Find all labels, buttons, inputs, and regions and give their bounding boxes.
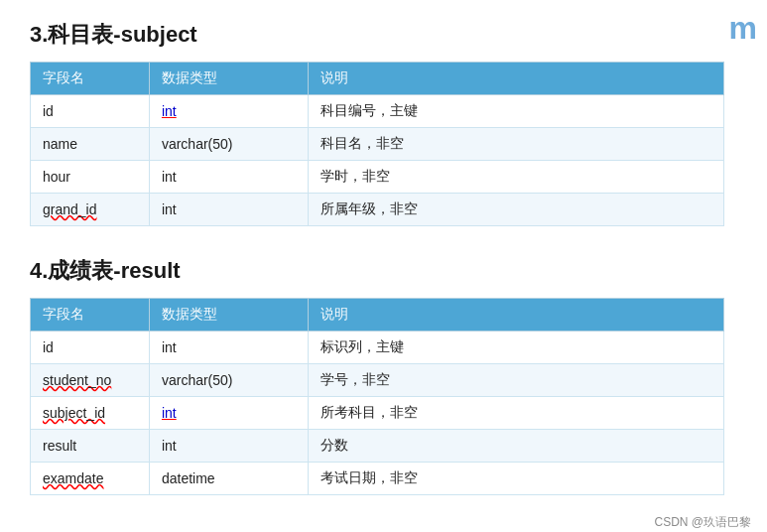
header-type: 数据类型 — [149, 63, 308, 95]
cell-field: hour — [31, 161, 150, 194]
result-table: 字段名 数据类型 说明 idint标识列，主键student_novarchar… — [30, 298, 724, 495]
cell-type: int — [149, 95, 308, 128]
cell-desc: 学号，非空 — [308, 364, 723, 397]
header-desc: 说明 — [308, 63, 723, 95]
csdn-watermark: CSDN @玖语巴黎 — [654, 514, 751, 531]
cell-desc: 所属年级，非空 — [308, 194, 723, 226]
table-row: subject_idint所考科目，非空 — [31, 397, 724, 430]
cell-type: int — [149, 430, 308, 463]
cell-field: examdate — [31, 463, 150, 495]
watermark-logo: m — [729, 10, 757, 47]
table-row: idint科目编号，主键 — [31, 95, 724, 128]
cell-field: result — [31, 430, 150, 463]
table-row: student_novarchar(50)学号，非空 — [31, 364, 724, 397]
cell-field: id — [31, 95, 150, 128]
header-field: 字段名 — [31, 299, 150, 332]
cell-type: varchar(50) — [149, 364, 308, 397]
table-row: grand_idint所属年级，非空 — [31, 194, 724, 226]
cell-desc: 考试日期，非空 — [308, 463, 723, 495]
cell-type: varchar(50) — [149, 128, 308, 161]
table-row: hourint学时，非空 — [31, 161, 724, 194]
cell-field: subject_id — [31, 397, 150, 430]
cell-desc: 学时，非空 — [308, 161, 723, 194]
table-row: namevarchar(50)科目名，非空 — [31, 128, 724, 161]
cell-type: int — [149, 332, 308, 364]
table-header-row: 字段名 数据类型 说明 — [31, 63, 724, 95]
cell-type: datetime — [149, 463, 308, 495]
table-row: idint标识列，主键 — [31, 332, 724, 364]
header-desc: 说明 — [308, 299, 723, 332]
header-type: 数据类型 — [149, 299, 308, 332]
cell-field: id — [31, 332, 150, 364]
section-result-title: 4.成绩表-result — [30, 256, 737, 286]
cell-type: int — [149, 397, 308, 430]
cell-type: int — [149, 194, 308, 226]
cell-desc: 分数 — [308, 430, 723, 463]
header-field: 字段名 — [31, 63, 150, 95]
cell-desc: 标识列，主键 — [308, 332, 723, 364]
cell-desc: 科目名，非空 — [308, 128, 723, 161]
section-result: 4.成绩表-result 字段名 数据类型 说明 idint标识列，主键stud… — [30, 256, 737, 495]
cell-desc: 所考科目，非空 — [308, 397, 723, 430]
table-row: resultint分数 — [31, 430, 724, 463]
table-header-row: 字段名 数据类型 说明 — [31, 299, 724, 332]
cell-desc: 科目编号，主键 — [308, 95, 723, 128]
table-row: examdatedatetime考试日期，非空 — [31, 463, 724, 495]
subject-table: 字段名 数据类型 说明 idint科目编号，主键namevarchar(50)科… — [30, 62, 724, 226]
section-subject-title: 3.科目表-subject — [30, 20, 737, 50]
cell-field: name — [31, 128, 150, 161]
cell-field: grand_id — [31, 194, 150, 226]
section-subject: 3.科目表-subject 字段名 数据类型 说明 idint科目编号，主键na… — [30, 20, 737, 226]
cell-type: int — [149, 161, 308, 194]
cell-field: student_no — [31, 364, 150, 397]
